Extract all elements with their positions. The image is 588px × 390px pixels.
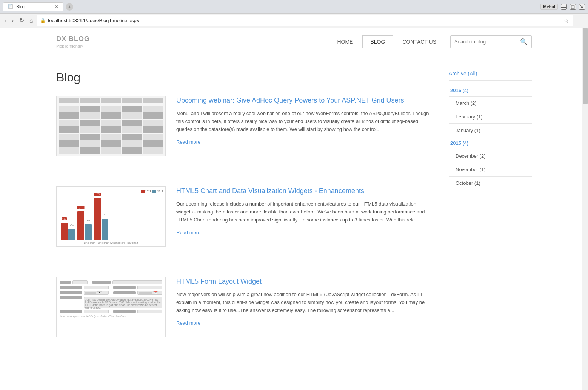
sidebar-archive-all[interactable]: Archive (All) <box>449 71 532 81</box>
blog-post-3: ▾ 📅 John has been in the Audio/Video ind… <box>56 277 434 349</box>
sidebar-month-february[interactable]: February (1) <box>449 110 532 124</box>
address-input[interactable] <box>48 18 560 23</box>
home-button[interactable]: ⌂ <box>28 17 35 25</box>
nav-item-home[interactable]: HOME <box>329 35 361 48</box>
page-wrapper: DX BLOG Mobile friendly HOME BLOG CONTAC… <box>41 28 547 382</box>
post-title-1[interactable]: Upcoming webinar: Give AdHoc Query Power… <box>176 96 434 105</box>
read-more-1[interactable]: Read more <box>176 139 200 145</box>
address-bar[interactable]: 🔒 ☆ <box>37 15 573 26</box>
tab-title: Blog <box>16 4 25 9</box>
site-header: DX BLOG Mobile friendly HOME BLOG CONTAC… <box>41 28 547 55</box>
post-title-3[interactable]: HTML5 Form Layout Widget <box>176 277 434 286</box>
sidebar-month-november[interactable]: November (1) <box>449 163 532 177</box>
tab-favicon: 📄 <box>8 4 13 9</box>
lock-icon: 🔒 <box>40 18 46 23</box>
menu-label: Mehul <box>540 4 558 10</box>
post-excerpt-1: Mehul and I will present a really cool w… <box>176 110 434 133</box>
scrollbar[interactable] <box>582 28 588 382</box>
main-content: Blog Upcomi <box>41 55 547 382</box>
forward-button[interactable]: › <box>10 17 15 25</box>
more-menu-button[interactable]: ⋮ <box>575 16 585 26</box>
post-content-2: HTML5 Chart and Data Visualization Widge… <box>176 186 434 247</box>
blog-area: Blog Upcomi <box>56 71 434 367</box>
sidebar-month-march[interactable]: March (2) <box>449 97 532 110</box>
form-mock: ▾ 📅 John has been in the Audio/Video ind… <box>57 277 165 337</box>
blog-post-2: 17.1 17.2 410 241 <box>56 186 434 258</box>
browser-toolbar: ‹ › ↻ ⌂ 🔒 ☆ ⋮ <box>0 14 588 28</box>
read-more-3[interactable]: Read more <box>176 320 200 326</box>
post-content-1: Upcoming webinar: Give AdHoc Query Power… <box>176 96 434 156</box>
refresh-button[interactable]: ↻ <box>18 16 26 25</box>
bookmark-button[interactable]: ☆ <box>563 16 570 25</box>
blog-post-1: Upcoming webinar: Give AdHoc Query Power… <box>56 96 434 167</box>
new-tab-button[interactable]: + <box>66 3 73 11</box>
sidebar-month-january[interactable]: January (1) <box>449 124 532 137</box>
maximize-button[interactable]: □ <box>570 4 576 10</box>
logo-title: DX BLOG <box>56 35 90 43</box>
sidebar-year-2016[interactable]: 2016 (4) <box>449 84 532 97</box>
browser-chrome: 📄 Blog ✕ + Mehul — □ ✕ ‹ › ↻ ⌂ 🔒 ☆ ⋮ <box>0 0 588 28</box>
sidebar: Archive (All) 2016 (4) March (2) Februar… <box>449 71 532 367</box>
sidebar-month-december[interactable]: December (2) <box>449 149 532 163</box>
nav-item-contact[interactable]: CONTACT US <box>394 35 444 48</box>
site-nav: HOME BLOG CONTACT US <box>329 35 444 48</box>
sidebar-year-2015[interactable]: 2015 (4) <box>449 137 532 149</box>
chart-labels: Line chart Line chart with markers Bar c… <box>59 241 163 244</box>
site-logo: DX BLOG Mobile friendly <box>56 35 90 48</box>
post-content-3: HTML5 Form Layout Widget New major versi… <box>176 277 434 337</box>
chart-mock: 17.1 17.2 410 241 <box>57 187 165 246</box>
sidebar-month-october[interactable]: October (1) <box>449 177 532 190</box>
search-input[interactable] <box>454 39 518 45</box>
post-excerpt-3: New major version will ship with a great… <box>176 291 434 314</box>
post-title-2[interactable]: HTML5 Chart and Data Visualization Widge… <box>176 186 434 196</box>
nav-item-blog[interactable]: BLOG <box>362 35 393 48</box>
back-button[interactable]: ‹ <box>3 17 8 25</box>
browser-tab[interactable]: 📄 Blog ✕ <box>3 2 63 11</box>
logo-subtitle: Mobile friendly <box>56 44 90 48</box>
close-button[interactable]: ✕ <box>579 4 585 10</box>
post-image-3: ▾ 📅 John has been in the Audio/Video ind… <box>56 277 166 337</box>
page-title: Blog <box>56 71 434 84</box>
scrollbar-thumb[interactable] <box>583 28 588 104</box>
tab-close-button[interactable]: ✕ <box>55 4 58 9</box>
post-image-2: 17.1 17.2 410 241 <box>56 186 166 247</box>
post-excerpt-2: Our upcoming release includes a number o… <box>176 200 434 224</box>
window-controls: Mehul — □ ✕ <box>540 4 585 10</box>
search-box[interactable]: 🔍 <box>450 35 532 48</box>
read-more-2[interactable]: Read more <box>176 230 200 235</box>
chart-bars-area: 410 241 1,051 <box>59 195 163 240</box>
search-icon[interactable]: 🔍 <box>520 38 528 45</box>
browser-titlebar: 📄 Blog ✕ + Mehul — □ ✕ <box>0 0 588 14</box>
post-image-1 <box>56 96 166 156</box>
minimize-button[interactable]: — <box>561 4 567 10</box>
